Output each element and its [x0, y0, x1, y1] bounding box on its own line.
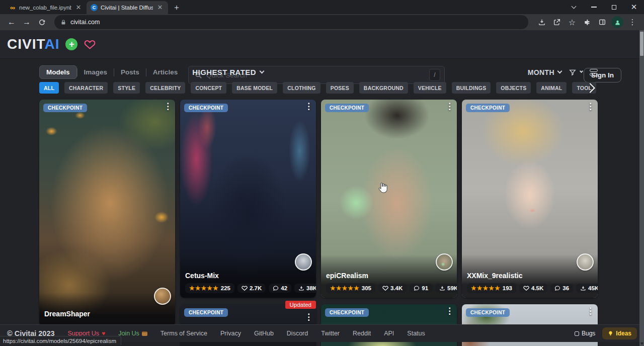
footer-link-privacy[interactable]: Privacy — [220, 330, 241, 337]
model-card-xxmix[interactable]: CHECKPOINT ⋮ XXMix_9realistic ★★★★★193 4… — [462, 100, 598, 298]
chip-base-model[interactable]: BASE MODEL — [232, 82, 277, 94]
tab-close-icon[interactable]: ✕ — [74, 4, 83, 12]
downloads-chip: 38K — [294, 284, 316, 293]
site-header: CIVITAI + / Sign In — [0, 30, 644, 59]
creator-avatar[interactable] — [295, 253, 312, 271]
reload-icon[interactable] — [35, 16, 48, 29]
close-button[interactable]: ✕ — [624, 0, 644, 14]
card-menu-icon[interactable]: ⋮ — [586, 306, 595, 316]
tab-colab[interactable]: ∞ new_colab_file.ipynb - Colaborat ✕ — [5, 1, 87, 14]
chip-clothing[interactable]: CLOTHING — [283, 82, 320, 94]
model-card-epicrealism[interactable]: CHECKPOINT ⋮ epiCRealism ★★★★★305 3.4K 9… — [321, 100, 457, 298]
tab-articles[interactable]: Articles — [146, 66, 185, 78]
creator-avatar[interactable] — [154, 288, 171, 305]
bugs-button[interactable]: Bugs — [575, 330, 595, 337]
card-menu-icon[interactable]: ⋮ — [445, 306, 454, 316]
chip-concept[interactable]: CONCEPT — [191, 82, 226, 94]
content-nav-row: Models Images Posts Articles HIGHEST RAT… — [39, 65, 598, 79]
vertical-scrollbar[interactable] — [639, 30, 644, 346]
comment-icon — [414, 285, 420, 291]
new-tab-button[interactable]: ＋ — [170, 1, 183, 14]
model-card-dreamshaper[interactable]: CHECKPOINT ⋮ DreamShaper — [39, 100, 175, 326]
scrollbar-thumb[interactable] — [640, 32, 643, 56]
scrollbar-down-arrow[interactable] — [640, 342, 643, 345]
likes-chip: 2.7K — [237, 284, 266, 293]
footer-link-discord[interactable]: Discord — [287, 330, 308, 337]
comments-count: 91 — [422, 285, 428, 291]
create-plus-button[interactable]: + — [65, 38, 77, 50]
side-panel-icon[interactable] — [596, 16, 609, 29]
period-dropdown[interactable]: MONTH — [528, 68, 561, 76]
favorites-heart-icon[interactable] — [84, 39, 96, 50]
tab-civitai[interactable]: C Civitai | Stable Diffusion models, ✕ — [87, 1, 168, 14]
model-card-cetus-mix[interactable]: CHECKPOINT ⋮ Cetus-Mix ★★★★★225 2.7K 42 … — [180, 100, 316, 298]
download-page-icon[interactable] — [535, 16, 548, 29]
card-stats: ★★★★★225 2.7K 42 38K — [185, 283, 311, 293]
chip-poses[interactable]: POSES — [326, 82, 354, 94]
comment-icon — [554, 285, 560, 291]
tab-posts[interactable]: Posts — [114, 66, 146, 78]
chip-style[interactable]: STYLE — [113, 82, 140, 94]
tab-strip: ∞ new_colab_file.ipynb - Colaborat ✕ C C… — [0, 0, 644, 14]
chip-all[interactable]: ALL — [39, 82, 59, 94]
likes-chip: 4.5K — [519, 284, 547, 293]
share-icon[interactable] — [550, 16, 564, 29]
chip-celebrity[interactable]: CELEBRITY — [145, 82, 185, 94]
footer-link-join-us[interactable]: Join Us — [118, 330, 147, 337]
minimize-button[interactable] — [584, 0, 604, 14]
filter-funnel-dropdown[interactable] — [569, 68, 583, 76]
civitai-logo[interactable]: CIVITAI — [7, 36, 59, 52]
creator-avatar[interactable] — [577, 253, 594, 271]
bug-icon — [575, 331, 579, 336]
chip-objects[interactable]: OBJECTS — [496, 82, 531, 94]
model-card-grid: CHECKPOINT ⋮ DreamShaper CHECKPOINT ⋮ Ce… — [39, 100, 598, 346]
card-menu-icon[interactable]: ⋮ — [164, 102, 172, 112]
footer-link-twitter[interactable]: Twitter — [321, 330, 340, 337]
card-menu-icon[interactable]: ⋮ — [586, 102, 595, 112]
footer-link-terms[interactable]: Terms of Service — [160, 330, 207, 337]
chip-animal[interactable]: ANIMAL — [536, 82, 567, 94]
footer-link-github[interactable]: GitHub — [254, 330, 274, 337]
comments-chip: 42 — [269, 284, 291, 293]
tab-search-icon[interactable] — [564, 0, 584, 14]
footer-link-label: Join Us — [118, 330, 139, 337]
card-menu-icon[interactable]: ⋮ — [445, 102, 454, 112]
tab-title: new_colab_file.ipynb - Colaborat — [19, 5, 71, 11]
extensions-puzzle-icon[interactable] — [581, 16, 594, 29]
creator-avatar[interactable] — [436, 253, 453, 271]
footer-link-status[interactable]: Status — [407, 330, 425, 337]
card-menu-icon[interactable]: ⋮ — [304, 312, 313, 322]
bookmark-star-icon[interactable]: ☆ — [566, 16, 579, 29]
chip-buildings[interactable]: BUILDINGS — [452, 82, 491, 94]
star-icons: ★★★★★ — [471, 285, 501, 292]
browser-menu-icon[interactable]: ⋮ — [626, 16, 639, 29]
chip-vehicle[interactable]: VEHICLE — [414, 82, 446, 94]
tab-models[interactable]: Models — [39, 65, 77, 79]
rating-chip: ★★★★★225 — [185, 283, 234, 293]
forward-icon[interactable]: → — [20, 16, 33, 29]
card-stats: ★★★★★193 4.5K 36 45K — [467, 283, 593, 293]
updated-badge: Updated — [285, 301, 316, 309]
chip-character[interactable]: CHARACTER — [64, 82, 108, 94]
model-title: epiCRealism — [326, 272, 452, 280]
civitai-favicon: C — [91, 4, 98, 11]
maximize-button[interactable] — [604, 0, 624, 14]
card-menu-icon[interactable]: ⋮ — [304, 102, 313, 112]
footer-link-reddit[interactable]: Reddit — [353, 330, 371, 337]
back-icon[interactable]: ← — [5, 16, 18, 29]
sort-label: HIGHEST RATED — [192, 68, 256, 76]
chip-background[interactable]: BACKGROUND — [359, 82, 408, 94]
tab-images[interactable]: Images — [77, 66, 114, 78]
footer-link-api[interactable]: API — [384, 330, 394, 337]
profile-avatar[interactable] — [611, 16, 624, 29]
card-layout-toggle-icon[interactable] — [590, 69, 598, 76]
chevron-down-icon — [580, 69, 583, 73]
downloads-chip: 59K — [435, 284, 457, 293]
tab-close-icon[interactable]: ✕ — [156, 4, 164, 12]
ideas-button[interactable]: Ideas — [602, 327, 637, 339]
heart-icon — [242, 285, 248, 291]
address-bar[interactable]: civitai.com — [54, 15, 528, 29]
sort-dropdown[interactable]: HIGHEST RATED — [192, 68, 264, 76]
bugs-label: Bugs — [582, 330, 595, 337]
logo-civit: CIVIT — [7, 36, 44, 52]
